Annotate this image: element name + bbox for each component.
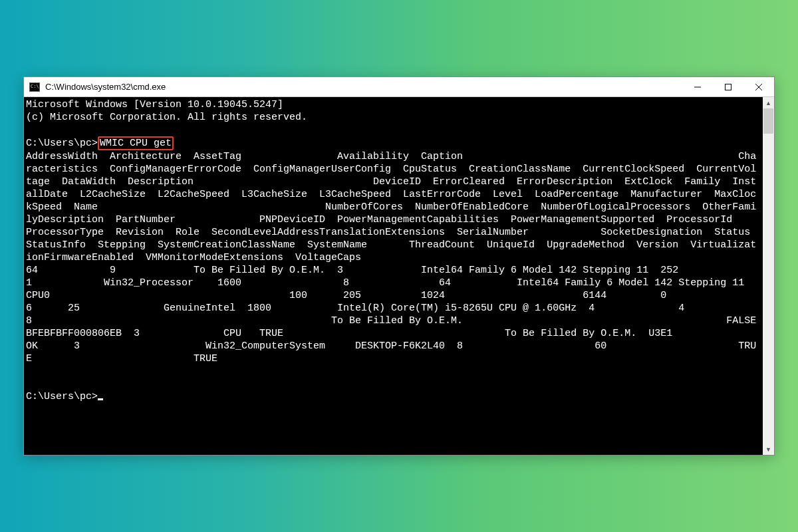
command-prompt: C:\Users\pc> xyxy=(26,391,98,402)
command-prompt-window: C:\Windows\system32\cmd.exe Microsoft Wi… xyxy=(23,76,775,456)
version-line: Microsoft Windows [Version 10.0.19045.52… xyxy=(26,99,283,110)
titlebar[interactable]: C:\Windows\system32\cmd.exe xyxy=(24,77,774,97)
scroll-up-arrow-icon[interactable]: ▲ xyxy=(763,97,774,108)
copyright-line: (c) Microsoft Corporation. All rights re… xyxy=(26,112,307,123)
terminal-container: Microsoft Windows [Version 10.0.19045.52… xyxy=(24,97,774,455)
entered-command: WMIC CPU get xyxy=(98,136,174,150)
scroll-thumb[interactable] xyxy=(763,108,773,134)
window-controls xyxy=(682,77,774,96)
terminal-output[interactable]: Microsoft Windows [Version 10.0.19045.52… xyxy=(24,97,763,455)
text-cursor xyxy=(98,398,103,400)
close-button[interactable] xyxy=(743,77,774,96)
window-title: C:\Windows\system32\cmd.exe xyxy=(45,82,682,92)
cmd-icon xyxy=(29,82,40,92)
command-prompt: C:\Users\pc> xyxy=(26,138,98,149)
output-values: 64 9 To Be Filled By O.E.M. 3 Intel64 Fa… xyxy=(26,265,763,364)
scroll-down-arrow-icon[interactable]: ▼ xyxy=(763,444,774,455)
maximize-button[interactable] xyxy=(713,77,743,96)
scrollbar[interactable]: ▲ ▼ xyxy=(763,97,774,455)
svg-rect-0 xyxy=(726,84,732,90)
maximize-icon xyxy=(725,84,732,90)
minimize-button[interactable] xyxy=(682,77,713,96)
column-headers: AddressWidth Architecture AssetTag Avail… xyxy=(26,151,763,263)
close-icon xyxy=(755,84,762,90)
minimize-icon xyxy=(694,84,701,90)
